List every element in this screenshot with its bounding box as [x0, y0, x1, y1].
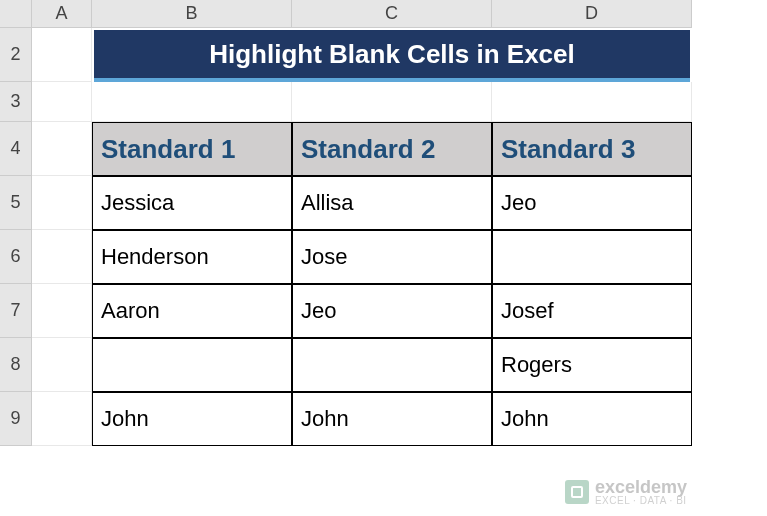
watermark-main: exceldemy — [595, 478, 687, 496]
cell-c9[interactable]: John — [292, 392, 492, 446]
cell-b7[interactable]: Aaron — [92, 284, 292, 338]
exceldemy-logo-icon — [565, 480, 589, 504]
cell-d3[interactable] — [492, 82, 692, 122]
row-header-5[interactable]: 5 — [0, 176, 32, 230]
table-header-2[interactable]: Standard 2 — [292, 122, 492, 176]
row-header-4[interactable]: 4 — [0, 122, 32, 176]
col-header-d[interactable]: D — [492, 0, 692, 28]
row-header-9[interactable]: 9 — [0, 392, 32, 446]
cell-d8[interactable]: Rogers — [492, 338, 692, 392]
row-header-2[interactable]: 2 — [0, 28, 32, 82]
cell-a2[interactable] — [32, 28, 92, 82]
watermark-sub: EXCEL · DATA · BI — [595, 496, 687, 506]
cell-a4[interactable] — [32, 122, 92, 176]
table-header-1[interactable]: Standard 1 — [92, 122, 292, 176]
select-all-corner[interactable] — [0, 0, 32, 28]
row-header-7[interactable]: 7 — [0, 284, 32, 338]
watermark-text: exceldemy EXCEL · DATA · BI — [595, 478, 687, 506]
cell-c5[interactable]: Allisa — [292, 176, 492, 230]
cell-c6[interactable]: Jose — [292, 230, 492, 284]
watermark: exceldemy EXCEL · DATA · BI — [565, 478, 687, 506]
cell-c8[interactable] — [292, 338, 492, 392]
cell-c3[interactable] — [292, 82, 492, 122]
cell-d7[interactable]: Josef — [492, 284, 692, 338]
table-header-3[interactable]: Standard 3 — [492, 122, 692, 176]
cell-b3[interactable] — [92, 82, 292, 122]
cell-b8[interactable] — [92, 338, 292, 392]
cell-a5[interactable] — [32, 176, 92, 230]
cell-a3[interactable] — [32, 82, 92, 122]
title-banner[interactable]: Highlight Blank Cells in Excel — [94, 30, 690, 82]
cell-d6[interactable] — [492, 230, 692, 284]
row-header-8[interactable]: 8 — [0, 338, 32, 392]
cell-d9[interactable]: John — [492, 392, 692, 446]
spreadsheet-grid: A B C D 2 Highlight Blank Cells in Excel… — [0, 0, 767, 446]
cell-b9[interactable]: John — [92, 392, 292, 446]
cell-d5[interactable]: Jeo — [492, 176, 692, 230]
col-header-a[interactable]: A — [32, 0, 92, 28]
cell-a6[interactable] — [32, 230, 92, 284]
row-header-3[interactable]: 3 — [0, 82, 32, 122]
cell-b6[interactable]: Henderson — [92, 230, 292, 284]
cell-a8[interactable] — [32, 338, 92, 392]
cell-a7[interactable] — [32, 284, 92, 338]
cell-c7[interactable]: Jeo — [292, 284, 492, 338]
col-header-c[interactable]: C — [292, 0, 492, 28]
cell-a9[interactable] — [32, 392, 92, 446]
row-header-6[interactable]: 6 — [0, 230, 32, 284]
col-header-b[interactable]: B — [92, 0, 292, 28]
cell-b5[interactable]: Jessica — [92, 176, 292, 230]
